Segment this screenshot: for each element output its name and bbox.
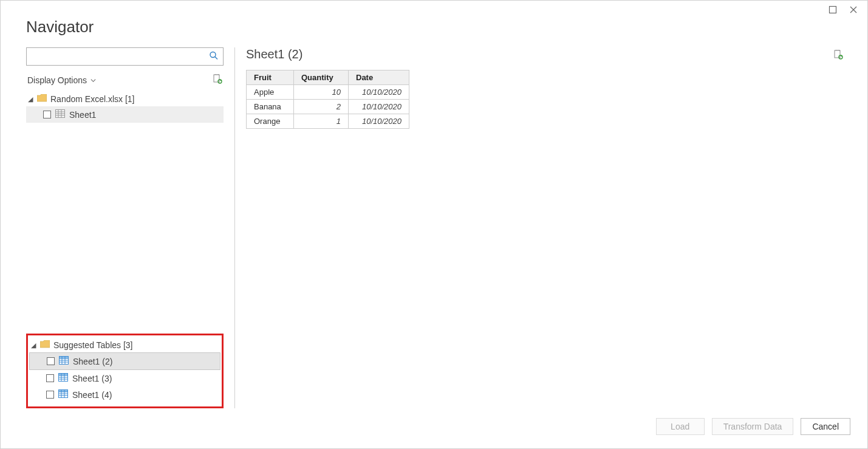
table-icon bbox=[59, 356, 69, 366]
tree-group-file: ◢ Random Excel.xlsx [1] Sheet1 bbox=[26, 92, 224, 123]
table-row[interactable]: Apple 10 10/10/2020 bbox=[247, 85, 409, 100]
cell-date: 10/10/2020 bbox=[349, 100, 409, 114]
tree: ◢ Random Excel.xlsx [1] Sheet1 bbox=[26, 92, 224, 408]
col-fruit[interactable]: Fruit bbox=[247, 70, 294, 85]
svg-line-4 bbox=[215, 57, 217, 60]
svg-rect-14 bbox=[60, 357, 69, 359]
navigator-dialog: Navigator Display Options bbox=[0, 0, 868, 449]
chevron-down-icon bbox=[91, 75, 96, 85]
load-button[interactable]: Load bbox=[656, 418, 705, 435]
cell-fruit: Apple bbox=[247, 85, 294, 100]
checkbox-icon[interactable] bbox=[46, 391, 54, 399]
table-icon bbox=[58, 389, 68, 400]
tree-group-header-file[interactable]: ◢ Random Excel.xlsx [1] bbox=[26, 92, 224, 106]
dialog-content: Display Options ◢ Random E bbox=[1, 47, 867, 408]
cell-quantity: 1 bbox=[294, 114, 349, 129]
right-pane: Sheet1 (2) Fruit Quantity Date Apple 10 bbox=[246, 47, 849, 408]
transform-data-button[interactable]: Transform Data bbox=[712, 418, 794, 435]
dialog-title: Navigator bbox=[1, 1, 867, 47]
caret-down-icon: ◢ bbox=[30, 341, 36, 349]
tree-item-label: Sheet1 (2) bbox=[73, 357, 112, 366]
cell-date: 10/10/2020 bbox=[349, 85, 409, 100]
table-header-row: Fruit Quantity Date bbox=[247, 70, 409, 85]
suggested-tables-highlight: ◢ Suggested Tables [3] Sheet1 (2) bbox=[26, 334, 224, 408]
tree-group-header-suggested[interactable]: ◢ Suggested Tables [3] bbox=[29, 338, 220, 352]
folder-icon bbox=[37, 94, 47, 104]
tree-item-label: Sheet1 bbox=[69, 110, 96, 120]
svg-rect-20 bbox=[59, 374, 68, 376]
search-wrap bbox=[26, 47, 224, 66]
display-options-label: Display Options bbox=[27, 75, 87, 85]
tree-group-label: Random Excel.xlsx [1] bbox=[50, 94, 135, 104]
maximize-icon[interactable] bbox=[829, 5, 837, 16]
tree-group-label: Suggested Tables [3] bbox=[53, 340, 133, 350]
col-quantity[interactable]: Quantity bbox=[294, 70, 349, 85]
close-icon[interactable] bbox=[849, 5, 858, 16]
search-input[interactable] bbox=[26, 47, 224, 66]
tree-item-sheet1-2[interactable]: Sheet1 (2) bbox=[29, 352, 220, 370]
left-pane: Display Options ◢ Random E bbox=[26, 47, 224, 408]
table-icon bbox=[58, 373, 68, 383]
col-date[interactable]: Date bbox=[349, 70, 409, 85]
table-row[interactable]: Banana 2 10/10/2020 bbox=[247, 100, 409, 114]
tree-item-sheet1-4[interactable]: Sheet1 (4) bbox=[29, 386, 220, 403]
dialog-footer: Load Transform Data Cancel bbox=[1, 408, 867, 448]
display-options-row: Display Options bbox=[27, 74, 222, 86]
svg-point-3 bbox=[210, 52, 216, 58]
checkbox-icon[interactable] bbox=[47, 357, 55, 365]
cell-fruit: Orange bbox=[247, 114, 294, 129]
table-row[interactable]: Orange 1 10/10/2020 bbox=[247, 114, 409, 129]
display-options-dropdown[interactable]: Display Options bbox=[27, 75, 96, 85]
svg-rect-26 bbox=[59, 390, 68, 392]
refresh-icon[interactable] bbox=[213, 74, 222, 86]
cell-quantity: 2 bbox=[294, 100, 349, 114]
cell-fruit: Banana bbox=[247, 100, 294, 114]
folder-icon bbox=[40, 340, 50, 350]
checkbox-icon[interactable] bbox=[43, 111, 51, 118]
preview-table: Fruit Quantity Date Apple 10 10/10/2020 … bbox=[246, 70, 409, 129]
window-controls bbox=[829, 5, 858, 16]
cancel-button[interactable]: Cancel bbox=[801, 418, 850, 435]
cell-date: 10/10/2020 bbox=[349, 114, 409, 129]
tree-item-label: Sheet1 (4) bbox=[72, 390, 112, 400]
tree-item-label: Sheet1 (3) bbox=[72, 374, 112, 383]
sheet-icon bbox=[55, 109, 65, 120]
tree-item-sheet1-3[interactable]: Sheet1 (3) bbox=[29, 370, 220, 386]
pane-divider bbox=[234, 47, 235, 408]
caret-down-icon: ◢ bbox=[27, 95, 33, 103]
checkbox-icon[interactable] bbox=[46, 374, 54, 382]
refresh-preview-icon[interactable] bbox=[833, 50, 843, 61]
search-icon[interactable] bbox=[209, 51, 219, 63]
svg-rect-0 bbox=[830, 7, 836, 13]
cell-quantity: 10 bbox=[294, 85, 349, 100]
preview-title: Sheet1 (2) bbox=[246, 47, 849, 61]
tree-item-sheet1[interactable]: Sheet1 bbox=[26, 106, 224, 123]
